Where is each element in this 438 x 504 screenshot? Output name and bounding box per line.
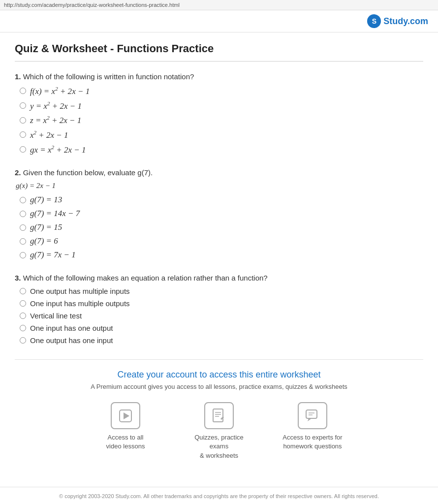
feature-quizzes: Quizzes, practice exams& worksheets	[187, 402, 251, 460]
logo-bar: S Study.com	[0, 10, 438, 32]
radio-q3a[interactable]	[20, 288, 26, 294]
q1-option-c[interactable]: z = x2 + 2x − 1	[20, 115, 423, 126]
svg-rect-6	[306, 410, 317, 418]
question-1-text: 1. Which of the following is written in …	[15, 72, 423, 81]
feature-video: Access to allvideo lessons	[94, 402, 157, 460]
feature-experts-label: Access to experts forhomework questions	[282, 433, 342, 451]
svg-marker-1	[124, 412, 129, 419]
radio-q2c[interactable]	[20, 224, 26, 231]
q3-option-d[interactable]: One input has one output	[20, 324, 423, 332]
radio-q3e[interactable]	[20, 337, 26, 344]
radio-q1d[interactable]	[20, 131, 26, 138]
radio-q2e[interactable]	[20, 252, 26, 258]
q3-option-e[interactable]: One output has one input	[20, 336, 423, 345]
radio-q2a[interactable]	[20, 197, 26, 203]
q2-option-b[interactable]: g(7) = 14x − 7	[20, 209, 423, 219]
radio-q1b[interactable]	[20, 102, 26, 109]
radio-q1c[interactable]	[20, 117, 26, 124]
quiz-icon-box	[204, 402, 234, 429]
logo: S Study.com	[367, 14, 428, 28]
logo-icon: S	[367, 14, 381, 28]
question-1: 1. Which of the following is written in …	[15, 72, 423, 155]
feature-experts: Access to experts forhomework questions	[281, 402, 344, 460]
question-3-text: 3. Which of the following makes an equat…	[15, 274, 423, 282]
url-text: http://study.com/academy/practice/quiz-w…	[4, 2, 180, 8]
radio-q2b[interactable]	[20, 211, 26, 217]
play-icon	[119, 409, 132, 423]
feature-video-label: Access to allvideo lessons	[106, 433, 145, 451]
worksheet-icon	[211, 408, 227, 424]
cta-link[interactable]: Create your account to access this entir…	[15, 370, 423, 380]
q2-number: 2.	[15, 168, 21, 177]
page-title: Quiz & Worksheet - Functions Practice	[15, 42, 423, 62]
q1-option-b[interactable]: y = x2 + 2x − 1	[20, 100, 423, 111]
q2-option-c[interactable]: g(7) = 15	[20, 222, 423, 232]
radio-q3b[interactable]	[20, 300, 26, 307]
q3-option-b[interactable]: One input has multiple outputs	[20, 299, 423, 308]
cta-subtext: A Premium account gives you access to al…	[15, 383, 423, 390]
features-row: Access to allvideo lessons Quizzes, prac…	[15, 402, 423, 460]
main-content: Quiz & Worksheet - Functions Practice 1.…	[0, 32, 438, 487]
q1-option-d[interactable]: x2 + 2x − 1	[20, 129, 423, 140]
expert-icon-box	[298, 402, 327, 429]
question-3: 3. Which of the following makes an equat…	[15, 274, 423, 345]
feature-quizzes-label: Quizzes, practice exams& worksheets	[187, 433, 251, 460]
q2-option-a[interactable]: g(7) = 13	[20, 195, 423, 205]
q2-option-d[interactable]: g(7) = 6	[20, 236, 423, 246]
q3-number: 3.	[15, 274, 21, 282]
question-2: 2. Given the function below, evaluate g(…	[15, 168, 423, 260]
url-bar: http://study.com/academy/practice/quiz-w…	[0, 0, 438, 10]
q3-option-c[interactable]: Vertical line test	[20, 312, 423, 320]
q1-option-e[interactable]: gx = x2 + 2x − 1	[20, 144, 423, 155]
radio-q1e[interactable]	[20, 146, 26, 153]
logo-text: Study.com	[383, 16, 428, 27]
radio-q3c[interactable]	[20, 313, 26, 319]
video-icon-box	[111, 402, 140, 429]
chat-icon	[305, 408, 320, 424]
q1-number: 1.	[15, 72, 21, 81]
q1-option-a[interactable]: f(x) = x2 + 2x − 1	[20, 86, 423, 96]
q2-subtext: g(x) = 2x − 1	[16, 182, 423, 190]
svg-rect-2	[213, 409, 223, 422]
radio-q1a[interactable]	[20, 88, 26, 94]
q2-option-e[interactable]: g(7) = 7x − 1	[20, 250, 423, 260]
question-2-text: 2. Given the function below, evaluate g(…	[15, 168, 423, 177]
cta-section: Create your account to access this entir…	[15, 359, 423, 460]
q3-option-a[interactable]: One output has multiple inputs	[20, 287, 423, 295]
footer: © copyright 2003-2020 Study.com. All oth…	[0, 487, 438, 504]
radio-q3d[interactable]	[20, 325, 26, 331]
radio-q2d[interactable]	[20, 238, 26, 245]
